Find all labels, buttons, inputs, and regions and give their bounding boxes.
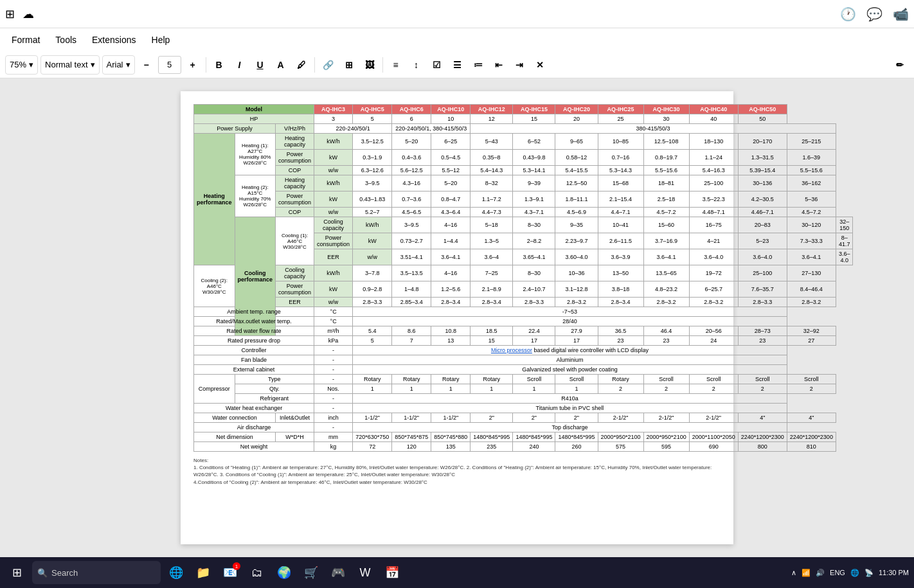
table-row: EER w/w 2.8–3.3 2.85–3.4 2.8–3.4 2.8–3.4… xyxy=(194,298,853,307)
bullet-btn[interactable]: ☰ xyxy=(449,56,467,74)
table-row: COP w/w 5.2–7 4.5–6.5 4.3–6.4 4.4–7.3 4.… xyxy=(194,208,853,217)
comment-icon[interactable]: 💬 xyxy=(866,6,883,22)
table-row: Refrigerant - R410a xyxy=(194,394,853,404)
style-chevron: ▾ xyxy=(91,60,95,69)
top-bar-right: 🕐 💬 📹 xyxy=(840,6,909,22)
menu-help[interactable]: Help xyxy=(145,31,177,49)
table-row: Rated water flow rate m³/h 5.4 8.6 10.8 … xyxy=(194,326,853,336)
table-row: COP w/w 6.3–12.6 5.6–12.5 5.5–12 5.4–14.… xyxy=(194,166,853,175)
table-row: External cabinet - Galvanized steel with… xyxy=(194,365,853,375)
table-row: Controller - Micro processor based digit… xyxy=(194,346,853,355)
italic-btn[interactable]: I xyxy=(231,56,249,74)
divider-2 xyxy=(314,57,315,73)
table-row: Heating (2): A15°C Humidity 70% W26/28°C… xyxy=(194,175,853,192)
format-toolbar: 75% ▾ Normal text ▾ Arial ▾ − 5 + B I U … xyxy=(0,51,914,78)
table-row: Rated pressure drop kPa 5 7 13 15 17 17 … xyxy=(194,336,853,346)
numbered-btn[interactable]: ≔ xyxy=(469,56,487,74)
table-row: HP 3 5 6 10 12 15 20 25 30 40 50 xyxy=(194,114,853,124)
menu-format[interactable]: Format xyxy=(5,31,46,49)
menu-bar: Format Tools Extensions Help xyxy=(0,28,914,51)
table-row: Rated/Max.outlet water temp. °C 28/40 xyxy=(194,317,853,326)
zoom-select[interactable]: 75% ▾ xyxy=(5,55,38,75)
grid-icon[interactable]: ⊞ xyxy=(5,7,15,21)
insert-image-btn[interactable]: 🖼 xyxy=(361,56,379,74)
highlight-btn[interactable]: 🖊 xyxy=(292,56,310,74)
indent-more-btn[interactable]: ⇥ xyxy=(510,56,528,74)
divider-1 xyxy=(206,57,206,73)
decrease-font-btn[interactable]: − xyxy=(138,56,156,74)
notes-label: Notes: xyxy=(193,457,721,464)
link-btn[interactable]: 🔗 xyxy=(319,56,337,74)
table-row: Fan blade - Aluminium xyxy=(194,355,853,365)
meet-icon[interactable]: 📹 xyxy=(893,6,909,22)
note-1: 1. Conditions of "Heating (1)": Ambient … xyxy=(193,464,721,478)
top-bar: ⊞ ☁ 🕐 💬 📹 xyxy=(0,0,914,28)
cloud-icon[interactable]: ☁ xyxy=(22,7,34,21)
line-spacing-btn[interactable]: ↕ xyxy=(408,56,426,74)
bold-btn[interactable]: B xyxy=(210,56,228,74)
table-row: Compressor Type - Rotary Rotary Rotary R… xyxy=(194,375,853,384)
align-btn[interactable]: ≡ xyxy=(387,56,405,74)
style-select[interactable]: Normal text ▾ xyxy=(40,55,99,75)
font-chevron: ▾ xyxy=(126,60,130,69)
top-bar-icons: ⊞ ☁ xyxy=(5,7,34,21)
doc-page: Model AQ-IHC3 AQ-IHC5 AQ-IHC6 AQ-IHC10 A… xyxy=(181,91,733,544)
underline-btn[interactable]: U xyxy=(251,56,269,74)
divider-3 xyxy=(382,57,383,73)
table-row: Cooling performance Cooling (1): A46°C W… xyxy=(194,217,853,233)
table-row: Net weight kg 72 120 135 235 240 260 575… xyxy=(194,442,853,452)
table-row: Water connection Inlet&Outlet inch 1-1/2… xyxy=(194,413,853,423)
zoom-chevron: ▾ xyxy=(29,60,33,69)
table-row: Qty. Nos. 1 1 1 1 1 1 2 2 2 2 2 xyxy=(194,384,853,394)
table-row: Power consumption kW 0.9–2.8 1–4.8 1.2–5… xyxy=(194,281,853,298)
increase-font-btn[interactable]: + xyxy=(184,56,202,74)
menu-extensions[interactable]: Extensions xyxy=(85,31,142,49)
notes-section: Notes: 1. Conditions of "Heating (1)": A… xyxy=(193,457,721,486)
note-4: 4.Conditions of "Cooling (2)": Ambient a… xyxy=(193,479,721,486)
text-color-btn[interactable]: A xyxy=(272,56,290,74)
insert-table-btn[interactable]: ⊞ xyxy=(340,56,358,74)
edit-btn[interactable]: ✏ xyxy=(891,56,909,74)
font-select[interactable]: Arial ▾ xyxy=(102,55,135,75)
spec-table: Model AQ-IHC3 AQ-IHC5 AQ-IHC6 AQ-IHC10 A… xyxy=(193,104,853,452)
table-row: Cooling (2): A46°C W30/28°C Cooling capa… xyxy=(194,265,853,281)
table-row: Water heat exchanger - Titanium tube in … xyxy=(194,404,853,413)
table-row: Ambient temp. range °C -7~53 xyxy=(194,307,853,317)
table-row: Power consumption kW 0.3–1.9 0.4–3.6 0.5… xyxy=(194,150,853,166)
table-row: Power consumption kW 0.43–1.83 0.7–3.6 0… xyxy=(194,192,853,208)
doc-area: Model AQ-IHC3 AQ-IHC5 AQ-IHC6 AQ-IHC10 A… xyxy=(0,78,914,557)
table-row: Air discharge - Top discharge xyxy=(194,423,853,432)
checklist-btn[interactable]: ☑ xyxy=(428,56,446,74)
clear-format-btn[interactable]: ✕ xyxy=(531,56,549,74)
indent-less-btn[interactable]: ⇤ xyxy=(490,56,508,74)
history-icon[interactable]: 🕐 xyxy=(840,6,856,22)
font-size-box[interactable]: 5 xyxy=(158,56,181,74)
menu-tools[interactable]: Tools xyxy=(49,31,83,49)
table-row: Power Supply V/Hz/Ph 220-240/50/1 220-24… xyxy=(194,124,853,134)
table-row: Net dimension W*D*H mm 720*630*750 850*7… xyxy=(194,432,853,442)
table-row: Model AQ-IHC3 AQ-IHC5 AQ-IHC6 AQ-IHC10 A… xyxy=(194,105,853,114)
table-row: Heating performance Heating (1): A27°C H… xyxy=(194,134,853,150)
